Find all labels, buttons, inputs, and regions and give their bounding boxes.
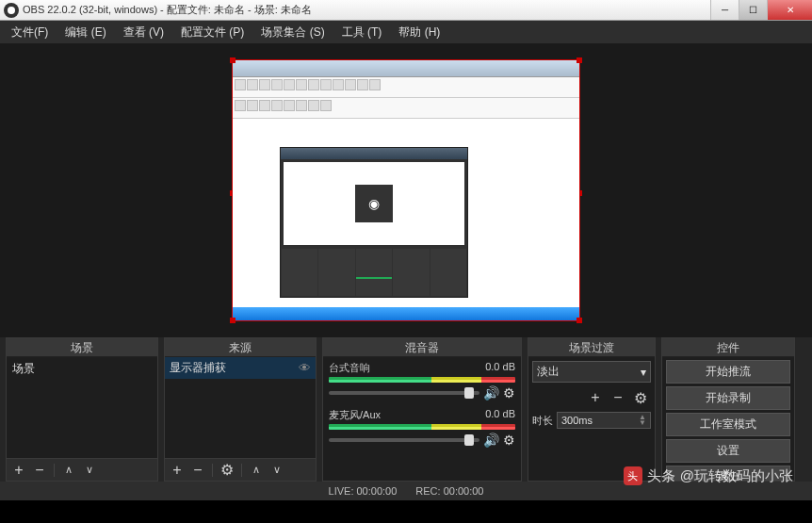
status-live: LIVE: 00:00:00 <box>329 485 398 497</box>
menu-help[interactable]: 帮助 (H) <box>391 22 447 43</box>
add-source-button[interactable]: + <box>169 462 186 479</box>
studio-mode-button[interactable]: 工作室模式 <box>666 413 790 436</box>
window-titlebar: OBS 22.0.2 (32-bit, windows) - 配置文件: 未命名… <box>0 0 812 21</box>
scenes-panel: 场景 场景 + − ∧ ∨ <box>6 337 158 482</box>
preview-area[interactable]: ◉ <box>0 43 812 337</box>
controls-header: 控件 <box>662 338 794 357</box>
channel-settings-icon[interactable]: ⚙ <box>503 385 515 400</box>
volume-slider[interactable] <box>329 391 479 395</box>
mixer-channel: 台式音响 0.0 dB 🔊 ⚙ <box>323 357 521 404</box>
start-recording-button[interactable]: 开始录制 <box>666 386 790 410</box>
preview-content: ◉ <box>233 60 579 320</box>
move-source-down-button[interactable]: ∨ <box>268 464 285 476</box>
move-scene-up-button[interactable]: ∧ <box>60 464 77 476</box>
minimize-button[interactable]: ─ <box>710 0 739 20</box>
channel-name: 麦克风/Aux <box>329 408 381 422</box>
menu-view[interactable]: 查看 (V) <box>116 22 171 43</box>
remove-scene-button[interactable]: − <box>31 462 48 479</box>
move-source-up-button[interactable]: ∧ <box>248 464 265 476</box>
menu-file[interactable]: 文件(F) <box>4 22 56 43</box>
duration-input[interactable]: 300ms ▲▼ <box>557 412 651 429</box>
transitions-body: 淡出 ▾ + − ⚙ 时长 300ms ▲▼ <box>528 357 655 481</box>
remove-source-button[interactable]: − <box>189 462 206 479</box>
transition-select[interactable]: 淡出 ▾ <box>532 361 651 383</box>
menu-edit[interactable]: 编辑 (E) <box>57 22 113 43</box>
maximize-button[interactable]: ☐ <box>739 0 767 20</box>
channel-db: 0.0 dB <box>485 408 515 422</box>
speaker-icon[interactable]: 🔊 <box>483 385 499 400</box>
menu-bar: 文件(F) 编辑 (E) 查看 (V) 配置文件 (P) 场景集合 (S) 工具… <box>0 21 812 43</box>
sources-toolbar: + − ⚙ ∧ ∨ <box>165 458 316 481</box>
resize-handle[interactable] <box>230 57 235 63</box>
exit-button[interactable]: 退出 <box>666 466 790 481</box>
volume-slider[interactable] <box>329 438 479 442</box>
app-icon <box>4 3 19 18</box>
resize-handle[interactable] <box>577 57 582 63</box>
status-bar: LIVE: 00:00:00 REC: 00:00:00 <box>0 482 812 500</box>
transitions-panel: 场景过渡 淡出 ▾ + − ⚙ 时长 300ms ▲▼ <box>528 337 656 482</box>
channel-settings-icon[interactable]: ⚙ <box>503 433 515 448</box>
add-transition-button[interactable]: + <box>587 389 604 407</box>
channel-name: 台式音响 <box>329 361 370 375</box>
volume-meter <box>329 424 515 430</box>
scenes-header: 场景 <box>7 338 157 357</box>
sources-list[interactable]: 显示器捕获 👁 <box>165 357 316 458</box>
close-button[interactable]: ✕ <box>767 0 812 20</box>
controls-body: 开始推流 开始录制 工作室模式 设置 退出 <box>662 357 794 481</box>
mixer-channel: 麦克风/Aux 0.0 dB 🔊 ⚙ <box>323 404 521 451</box>
scene-item[interactable]: 场景 <box>7 357 157 381</box>
mixer-panel: 混音器 台式音响 0.0 dB 🔊 ⚙ 麦克风/Aux 0.0 dB <box>322 337 522 482</box>
chevron-down-icon: ▾ <box>641 366 646 379</box>
sources-header: 来源 <box>165 338 316 357</box>
scenes-list[interactable]: 场景 <box>7 357 157 458</box>
channel-db: 0.0 dB <box>485 361 515 375</box>
window-title: OBS 22.0.2 (32-bit, windows) - 配置文件: 未命名… <box>23 3 710 17</box>
volume-meter <box>329 377 515 383</box>
menu-tools[interactable]: 工具 (T) <box>334 22 390 43</box>
source-label: 显示器捕获 <box>170 360 226 376</box>
duration-value: 300ms <box>561 415 593 426</box>
transitions-header: 场景过渡 <box>528 338 655 357</box>
move-scene-down-button[interactable]: ∨ <box>81 464 98 476</box>
start-streaming-button[interactable]: 开始推流 <box>666 360 790 384</box>
source-item[interactable]: 显示器捕获 👁 <box>165 357 316 379</box>
resize-handle[interactable] <box>577 318 582 323</box>
remove-transition-button[interactable]: − <box>609 389 626 407</box>
speaker-icon[interactable]: 🔊 <box>483 433 499 448</box>
visibility-icon[interactable]: 👁 <box>299 361 311 375</box>
resize-handle[interactable] <box>230 318 235 323</box>
mixer-header: 混音器 <box>323 338 521 357</box>
sources-panel: 来源 显示器捕获 👁 + − ⚙ ∧ ∨ <box>164 337 317 482</box>
add-scene-button[interactable]: + <box>10 462 27 479</box>
menu-scene-collection[interactable]: 场景集合 (S) <box>253 22 332 43</box>
spin-down-icon[interactable]: ▼ <box>639 420 646 426</box>
scenes-toolbar: + − ∧ ∨ <box>7 458 157 481</box>
menu-profile[interactable]: 配置文件 (P) <box>173 22 252 43</box>
mixer-body: 台式音响 0.0 dB 🔊 ⚙ 麦克风/Aux 0.0 dB <box>323 357 521 481</box>
transition-properties-button[interactable]: ⚙ <box>632 389 649 407</box>
controls-panel: 控件 开始推流 开始录制 工作室模式 设置 退出 <box>661 337 795 482</box>
settings-button[interactable]: 设置 <box>666 439 790 463</box>
docks-row: 场景 场景 + − ∧ ∨ 来源 显示器捕获 👁 + − ⚙ ∧ ∨ <box>0 337 812 482</box>
transition-selected: 淡出 <box>537 364 560 380</box>
duration-label: 时长 <box>532 414 553 428</box>
source-properties-button[interactable]: ⚙ <box>219 461 235 479</box>
status-rec: REC: 00:00:00 <box>415 485 483 497</box>
preview-frame[interactable]: ◉ <box>232 59 580 321</box>
